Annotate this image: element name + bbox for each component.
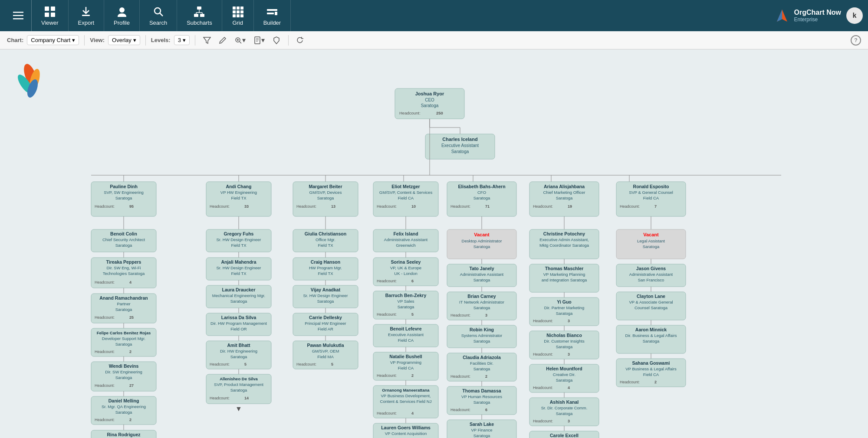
node-sarah[interactable]: Sarah Lake VP Finance Saratoga Headcount… [447,420,516,438]
node-vacant-legal[interactable]: Vacant Legal Assistant Saratoga [616,229,686,259]
node-christine[interactable]: Christine Potochny Executive Admin Assis… [529,229,599,259]
node-ronald[interactable]: Ronald Esposito SVP & General Counsel Fi… [616,182,686,216]
svg-text:Developer Support Mgr.: Developer Support Mgr. [102,336,145,341]
svg-text:Technologies Saratoga: Technologies Saratoga [103,271,145,276]
svg-text:Headcount:: Headcount: [377,204,397,209]
node-craig[interactable]: Craig Hanson HW Program Mgr. Field TX [293,258,358,280]
node-yi-guo[interactable]: Yi Guo Dir. Partner Marketing Saratoga H… [529,297,599,326]
node-andi-chang[interactable]: Andi Chang VP HW Engineering Field TX He… [206,182,271,216]
node-felix[interactable]: Felix Island Administrative Assistant Gr… [373,229,438,252]
zoom-button[interactable]: ▾ [232,34,248,46]
node-ariana[interactable]: Ariana Alisjahbana Chief Marketing Offic… [529,182,599,216]
node-anjali[interactable]: Anjali Mahendra Sr. HW Design Engineer F… [206,258,271,280]
node-aaron[interactable]: Aaron Minnick Dir. Business & Legal Affa… [616,325,686,353]
svg-text:Executive Assistant: Executive Assistant [441,143,479,148]
node-carrie[interactable]: Carrie Dellesky Principal HW Engineer Fi… [293,313,358,336]
node-giulia[interactable]: Giulia Christianson Office Mgr. Field TX [293,229,358,252]
svg-text:Larissa Da Silva: Larissa Da Silva [221,315,256,320]
node-robin[interactable]: Robin King Systems Administrator Saratog… [447,325,516,348]
svg-text:Headcount:: Headcount: [95,350,115,354]
svg-text:Daniel Melling: Daniel Melling [108,398,139,403]
svg-text:Clayton Lane: Clayton Lane [637,294,665,299]
edit-button[interactable] [216,35,229,46]
svg-text:Dir. SW Eng, Wi-Fi: Dir. SW Eng, Wi-Fi [106,265,141,270]
node-gregory[interactable]: Gregory Fuhs Sr. HW Design Engineer Fiel… [206,229,271,252]
svg-rect-7 [82,15,90,16]
node-clayton[interactable]: Clayton Lane VP & Associate General Coun… [616,292,686,320]
nav-builder[interactable]: Builder [254,0,291,31]
svg-text:Saratoga: Saratoga [230,299,247,304]
node-nicholas[interactable]: Nicholas Bianco Dir. Customer Insights S… [529,331,599,359]
svg-point-8 [119,7,125,13]
user-avatar[interactable]: k [846,7,863,24]
node-daniel[interactable]: Daniel Melling Sr. Mgr. QA Engineering S… [91,396,156,425]
node-eliot[interactable]: Eliot Metzger GM/SVP, Content & Services… [373,182,438,216]
svg-text:6: 6 [485,408,487,412]
nav-export[interactable]: Export [69,0,105,31]
hamburger-menu[interactable] [5,0,32,31]
svg-text:2: 2 [654,380,657,384]
chart-label: Chart: [7,37,23,43]
nav-search[interactable]: Search [140,0,177,31]
node-natalie[interactable]: Natalie Bushell VP Programming Field CA … [373,352,438,380]
nav-viewer[interactable]: Viewer [32,0,69,31]
node-sahana[interactable]: Sahana Goswami VP Business & Legal Affai… [616,359,686,387]
node-larissa[interactable]: Larissa Da Silva Dir. HW Program Managem… [206,313,271,336]
svg-text:Headcount:: Headcount: [377,279,397,283]
svg-text:Headcount:: Headcount: [95,280,115,284]
node-helen[interactable]: Helen Mountford Creative Dir. Saratoga H… [529,364,599,392]
node-allenisheo[interactable]: Allenisheo De Silva SVP, Product Managem… [206,374,271,404]
node-jason[interactable]: Jason Givens Administrative Assistant Sa… [616,264,686,287]
node-brian[interactable]: Brian Carney IT Network Administrator Sa… [447,292,516,320]
filter-button[interactable] [201,35,214,46]
node-sorina[interactable]: Sorina Seeley VP, UK & Europe UK - Londo… [373,258,438,286]
node-thomas-damassa[interactable]: Thomas Damassa VP Human Resources Sarato… [447,386,516,415]
main-chart-area[interactable]: Joshua Ryor CEO Saratoga Headcount: 250 … [0,49,868,438]
node-amit[interactable]: Amit Bhatt Dir. HW Engineering Saratoga … [206,341,271,369]
svg-text:Principal HW Engineer: Principal HW Engineer [305,321,346,326]
svg-text:7: 7 [654,204,657,209]
chart-select[interactable]: Company Chart ▾ [27,35,79,45]
nav-grid[interactable]: Grid [222,0,254,31]
svg-text:Carrie Dellesky: Carrie Dellesky [309,315,342,320]
ceo-node[interactable]: Joshua Ryor CEO Saratoga Headcount: 250 [395,88,464,119]
node-tireaka-peppers[interactable]: Tireaka Peppers Dir. SW Eng, Wi-Fi Techn… [91,258,156,288]
svg-rect-18 [233,7,236,10]
svg-rect-20 [240,7,243,10]
node-felipe[interactable]: Felipe Carlos Benitez Rojas Developer Su… [91,328,156,356]
node-pauline-dinh[interactable]: Pauline Dinh SVP, SW Engineering Saratog… [91,182,156,216]
node-pawan[interactable]: Pawan Mulukutla GM/SVP, OEM Field MA Hea… [293,341,358,369]
node-anand[interactable]: Anand Ramachandran Partner Saratoga Head… [91,294,156,323]
nav-subcharts[interactable]: Subcharts [177,0,222,31]
node-vijay[interactable]: Vijay Anadkat Sr. HW Design Engineer Sar… [293,285,358,308]
node-benoit-lefevre[interactable]: Benoit Lefevre Executive Assistant Field… [373,324,438,347]
node-claudia[interactable]: Claudia Adriazola Facilities Dir. Sarato… [447,353,516,381]
node-lauren[interactable]: Lauren Goers Williams VP Content Acquisi… [373,423,438,438]
node-vacant-desktop[interactable]: Vacant Desktop Administrator Saratoga [447,229,516,259]
node-carole[interactable]: Carole Excell Dir. Marketing Comm. Sarat… [529,431,599,438]
svg-text:Headcount:: Headcount: [450,408,470,412]
node-benoit-colin[interactable]: Benoit Colin Chief Security Architect Sa… [91,229,156,252]
node-ornanong[interactable]: Ornanong Maneerattana VP Business Develo… [373,386,438,418]
node-laura[interactable]: Laura Draucker Mechanical Engineering Mg… [206,285,271,308]
node-margaret[interactable]: Margaret Beiter GM/SVP, Devices Saratoga… [293,182,358,216]
svg-rect-6 [51,13,55,17]
svg-text:14: 14 [244,396,249,400]
node-ashish[interactable]: Ashish Kanal Sr. Dir. Corporate Comm. Sa… [529,398,599,426]
node-wendi[interactable]: Wendi Bevins Dir. SW Engineering Saratog… [91,362,156,391]
node-rina[interactable]: Rina Rodriguez VP Software, New Products… [91,430,156,438]
node-thomas-maschler[interactable]: Thomas Maschler VP Marketing Planning an… [529,264,599,292]
view-select[interactable]: Overlay ▾ [108,35,140,45]
nav-profile[interactable]: Profile [104,0,140,31]
help-button[interactable]: ? [851,35,861,46]
refresh-button[interactable] [294,35,307,46]
svg-text:6: 6 [411,279,414,283]
exec-assistant-node[interactable]: Charles Iceland Executive Assistant Sara… [425,134,495,159]
levels-select[interactable]: 3 ▾ [174,35,190,45]
node-barruch[interactable]: Barruch Ben-Zekry VP Sales Saratoga Head… [373,291,438,319]
node-elisabeth[interactable]: Elisabeth Bahs-Ahern CFO Saratoga Headco… [447,182,516,216]
node-tato[interactable]: Tato Janely Administrative Assistant Sar… [447,264,516,287]
svg-text:Administrative Assistant: Administrative Assistant [384,237,428,242]
page-button[interactable]: ▾ [251,34,267,46]
person-button[interactable] [270,35,283,46]
